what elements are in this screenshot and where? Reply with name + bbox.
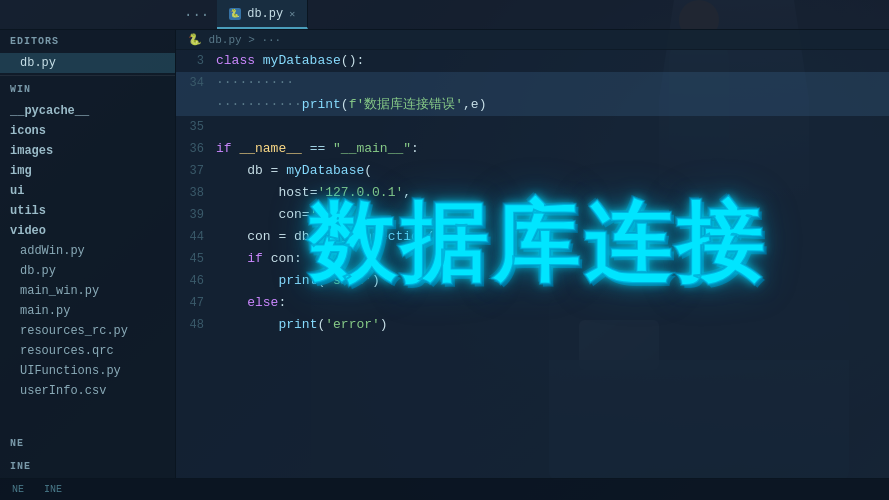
top-bar: ··· 🐍 db.py ✕ [0,0,889,30]
line-num-3: 3 [176,50,216,72]
line-content-36: if __name__ == "__main__": [216,138,889,160]
sidebar-item-uifunctions[interactable]: UIFunctions.py [0,361,175,381]
sidebar-item-img[interactable]: img [0,161,175,181]
code-editor: 🐍 db.py > ··· 3 class myDatabase(): 34 ·… [176,30,889,478]
editors-section-header: EDITORS [0,30,175,53]
sidebar-item-main[interactable]: main.py [0,301,175,321]
status-ine: INE [44,484,62,495]
python-icon: 🐍 [229,8,241,20]
ide-container: ··· 🐍 db.py ✕ EDITORS db.py WIN __pycach… [0,0,889,500]
line-num-34: 34 [176,72,216,94]
sidebar-item-db-py-editor[interactable]: db.py [0,53,175,73]
sidebar-item-userinfo[interactable]: userInfo.csv [0,381,175,401]
code-line-44: 44 con = db.get_connection() [176,226,889,248]
line-content-45: if con: [216,248,889,270]
sidebar-item-main-win[interactable]: main_win.py [0,281,175,301]
breadcrumb-file: 🐍 db.py > ··· [188,34,281,46]
tab-close-button[interactable]: ✕ [289,8,295,20]
sidebar-item-video[interactable]: video [0,221,175,241]
sidebar-item-db-py-file[interactable]: db.py [0,261,175,281]
tab-db-py[interactable]: 🐍 db.py ✕ [217,0,308,29]
line-num-48: 48 [176,314,216,336]
code-line-47: 47 else: [176,292,889,314]
sidebar-bottom-2: INE [0,455,175,478]
code-line-34: 34 ·········· [176,72,889,94]
breadcrumb: 🐍 db.py > ··· [176,30,889,50]
line-num-45: 45 [176,248,216,270]
sidebar: EDITORS db.py WIN __pycache__ icons imag… [0,30,176,478]
code-line-48: 48 print('error') [176,314,889,336]
line-num-36: 36 [176,138,216,160]
line-content-34b: ···········print(f'数据库连接错误',e) [216,94,889,116]
sidebar-bottom-1: NE [0,432,175,455]
sidebar-item-utils[interactable]: utils [0,201,175,221]
tab-bar: ··· 🐍 db.py ✕ [0,0,889,29]
code-lines: 3 class myDatabase(): 34 ·········· ····… [176,50,889,478]
code-line-39: 39 con='root' [176,204,889,226]
sidebar-item-ui[interactable]: ui [0,181,175,201]
line-content-47: else: [216,292,889,314]
win-section-header: WIN [0,78,175,101]
sidebar-item-resources-qrc[interactable]: resources.qrc [0,341,175,361]
line-num-37: 37 [176,160,216,182]
status-ne: NE [12,484,24,495]
line-num-38: 38 [176,182,216,204]
code-line-3: 3 class myDatabase(): [176,50,889,72]
line-num-35: 35 [176,116,216,138]
sidebar-item-pycache[interactable]: __pycache__ [0,101,175,121]
line-content-34: ·········· [216,72,889,94]
code-line-37: 37 db = myDatabase( [176,160,889,182]
tab-label: db.py [247,7,283,21]
code-line-45: 45 if con: [176,248,889,270]
sidebar-item-addwin[interactable]: addWin.py [0,241,175,261]
sidebar-item-icons[interactable]: icons [0,121,175,141]
line-content-37: db = myDatabase( [216,160,889,182]
code-line-46: 46 print('succ') [176,270,889,292]
line-content-38: host='127.0.0.1', [216,182,889,204]
line-num-46: 46 [176,270,216,292]
code-line-38: 38 host='127.0.0.1', [176,182,889,204]
sidebar-item-resources-rc[interactable]: resources_rc.py [0,321,175,341]
divider-1 [0,75,175,76]
code-line-35: 35 [176,116,889,138]
line-content-35 [216,116,889,138]
line-num-44: 44 [176,226,216,248]
code-line-34b: ···········print(f'数据库连接错误',e) [176,94,889,116]
line-content-39: con='root' [216,204,889,226]
line-content-3: class myDatabase(): [216,50,889,72]
line-content-48: print('error') [216,314,889,336]
code-line-36: 36 if __name__ == "__main__": [176,138,889,160]
tab-ellipsis[interactable]: ··· [176,7,217,23]
line-content-44: con = db.get_connection() [216,226,889,248]
sidebar-item-images[interactable]: images [0,141,175,161]
main-content: EDITORS db.py WIN __pycache__ icons imag… [0,30,889,478]
line-num-47: 47 [176,292,216,314]
line-content-46: print('succ') [216,270,889,292]
bottom-status-bar: NE INE [0,478,889,500]
line-num-39: 39 [176,204,216,226]
